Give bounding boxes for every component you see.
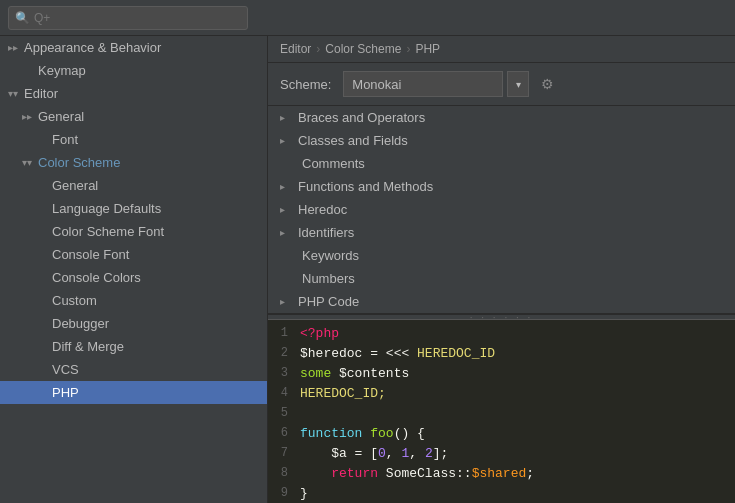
sidebar-label-cs-console-font: Console Font	[52, 247, 129, 262]
code-line-1: 1<?php	[268, 324, 735, 344]
sidebar-label-cs-diff: Diff & Merge	[52, 339, 124, 354]
scheme-gear-button[interactable]: ⚙	[537, 74, 558, 94]
php-tree-panel: ▸Braces and Operators▸Classes and Fields…	[268, 106, 735, 314]
tree-item-heredoc[interactable]: ▸Heredoc	[268, 198, 735, 221]
tree-item-comments[interactable]: Comments	[268, 152, 735, 175]
arrow-appearance: ▸	[8, 42, 22, 53]
arrow-color-scheme: ▾	[22, 157, 36, 168]
sidebar-item-php[interactable]: PHP	[0, 381, 267, 404]
line-content-3: some $contents	[296, 364, 735, 384]
sidebar-item-cs-general[interactable]: General	[0, 174, 267, 197]
sidebar-item-cs-font[interactable]: Color Scheme Font	[0, 220, 267, 243]
sidebar: ▸Appearance & Behavior Keymap▾Editor▸Gen…	[0, 36, 268, 503]
tree-item-identifiers[interactable]: ▸Identifiers	[268, 221, 735, 244]
sidebar-label-php: PHP	[52, 385, 79, 400]
tree-item-classes[interactable]: ▸Classes and Fields	[268, 129, 735, 152]
sidebar-item-general[interactable]: ▸General	[0, 105, 267, 128]
sidebar-item-cs-lang-defaults[interactable]: Language Defaults	[0, 197, 267, 220]
tree-arrow-functions: ▸	[280, 181, 294, 192]
code-line-4: 4HEREDOC_ID;	[268, 384, 735, 404]
line-num-7: 7	[268, 444, 296, 462]
sidebar-item-font[interactable]: Font	[0, 128, 267, 151]
sidebar-item-keymap[interactable]: Keymap	[0, 59, 267, 82]
sidebar-item-cs-console-font[interactable]: Console Font	[0, 243, 267, 266]
line-num-5: 5	[268, 404, 296, 422]
sidebar-item-vcs[interactable]: VCS	[0, 358, 267, 381]
line-num-1: 1	[268, 324, 296, 342]
tree-item-numbers[interactable]: Numbers	[268, 267, 735, 290]
line-content-8: return SomeClass::$shared;	[296, 464, 735, 484]
sidebar-label-cs-general: General	[52, 178, 98, 193]
breadcrumb-color-scheme[interactable]: Color Scheme	[325, 42, 401, 56]
sidebar-label-cs-console-colors: Console Colors	[52, 270, 141, 285]
sidebar-item-appearance[interactable]: ▸Appearance & Behavior	[0, 36, 267, 59]
tree-item-braces[interactable]: ▸Braces and Operators	[268, 106, 735, 129]
line-num-3: 3	[268, 364, 296, 382]
line-content-2: $heredoc = <<< HEREDOC_ID	[296, 344, 735, 364]
sidebar-item-cs-custom[interactable]: Custom	[0, 289, 267, 312]
tree-arrow-heredoc: ▸	[280, 204, 294, 215]
sidebar-label-color-scheme: Color Scheme	[38, 155, 120, 170]
scheme-select-wrapper: Monokai ▾	[343, 71, 529, 97]
code-line-7: 7 $a = [0, 1, 2];	[268, 444, 735, 464]
sidebar-label-font: Font	[52, 132, 78, 147]
sidebar-item-editor[interactable]: ▾Editor	[0, 82, 267, 105]
tree-arrow-phpcode: ▸	[280, 296, 294, 307]
sidebar-item-color-scheme[interactable]: ▾Color Scheme	[0, 151, 267, 174]
line-num-4: 4	[268, 384, 296, 402]
search-icon: 🔍	[15, 11, 30, 25]
breadcrumb: Editor › Color Scheme › PHP	[268, 36, 735, 63]
scheme-label: Scheme:	[280, 77, 331, 92]
line-content-6: function foo() {	[296, 424, 735, 444]
tree-label-functions: Functions and Methods	[298, 179, 433, 194]
tree-label-classes: Classes and Fields	[298, 133, 408, 148]
sidebar-label-cs-custom: Custom	[52, 293, 97, 308]
scheme-dropdown-arrow[interactable]: ▾	[507, 71, 529, 97]
tree-item-keywords[interactable]: Keywords	[268, 244, 735, 267]
line-num-8: 8	[268, 464, 296, 482]
sidebar-item-cs-diff[interactable]: Diff & Merge	[0, 335, 267, 358]
search-box[interactable]: 🔍	[8, 6, 248, 30]
line-content-4: HEREDOC_ID;	[296, 384, 735, 404]
sidebar-item-cs-debugger[interactable]: Debugger	[0, 312, 267, 335]
line-content-7: $a = [0, 1, 2];	[296, 444, 735, 464]
code-line-5: 5	[268, 404, 735, 424]
scheme-row: Scheme: Monokai ▾ ⚙	[268, 63, 735, 106]
search-input[interactable]	[34, 11, 234, 25]
breadcrumb-sep-1: ›	[316, 42, 320, 56]
sidebar-label-cs-font: Color Scheme Font	[52, 224, 164, 239]
code-line-8: 8 return SomeClass::$shared;	[268, 464, 735, 484]
code-preview: 1<?php2$heredoc = <<< HEREDOC_ID3some $c…	[268, 320, 735, 503]
tree-label-heredoc: Heredoc	[298, 202, 347, 217]
sidebar-label-general: General	[38, 109, 84, 124]
code-line-9: 9}	[268, 484, 735, 503]
scheme-dropdown[interactable]: Monokai	[343, 71, 503, 97]
line-num-9: 9	[268, 484, 296, 502]
sidebar-label-appearance: Appearance & Behavior	[24, 40, 161, 55]
tree-item-phpcode[interactable]: ▸PHP Code	[268, 290, 735, 313]
tree-label-braces: Braces and Operators	[298, 110, 425, 125]
code-line-2: 2$heredoc = <<< HEREDOC_ID	[268, 344, 735, 364]
tree-label-phpcode: PHP Code	[298, 294, 359, 309]
tree-arrow-classes: ▸	[280, 135, 294, 146]
right-panel: Editor › Color Scheme › PHP Scheme: Mono…	[268, 36, 735, 503]
line-num-2: 2	[268, 344, 296, 362]
sidebar-label-keymap: Keymap	[38, 63, 86, 78]
main-content: ▸Appearance & Behavior Keymap▾Editor▸Gen…	[0, 36, 735, 503]
breadcrumb-php[interactable]: PHP	[415, 42, 440, 56]
line-content-1: <?php	[296, 324, 735, 344]
line-content-5	[296, 404, 735, 424]
tree-label-keywords: Keywords	[302, 248, 359, 263]
arrow-general: ▸	[22, 111, 36, 122]
tree-label-identifiers: Identifiers	[298, 225, 354, 240]
sidebar-item-cs-console-colors[interactable]: Console Colors	[0, 266, 267, 289]
top-bar: 🔍	[0, 0, 735, 36]
tree-item-functions[interactable]: ▸Functions and Methods	[268, 175, 735, 198]
line-num-6: 6	[268, 424, 296, 442]
tree-label-numbers: Numbers	[302, 271, 355, 286]
breadcrumb-editor[interactable]: Editor	[280, 42, 311, 56]
breadcrumb-sep-2: ›	[406, 42, 410, 56]
line-content-9: }	[296, 484, 735, 503]
sidebar-label-cs-lang-defaults: Language Defaults	[52, 201, 161, 216]
sidebar-label-vcs: VCS	[52, 362, 79, 377]
